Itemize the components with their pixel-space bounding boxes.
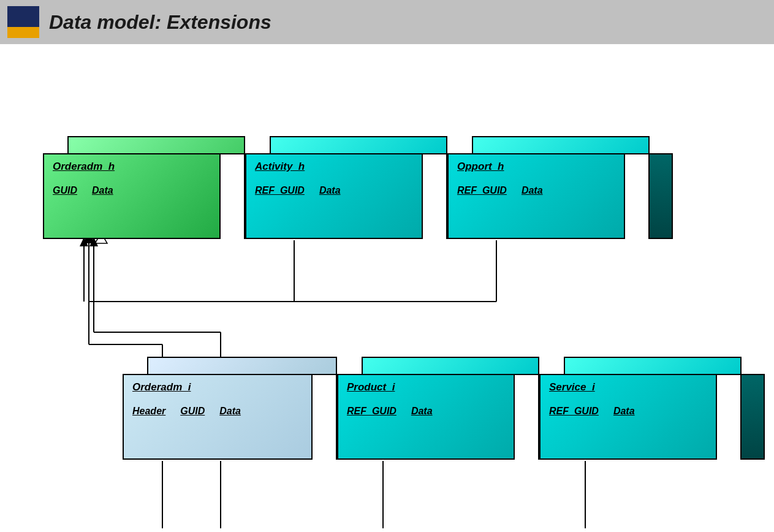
activity-h-front: Activity_h REF_GUID Data xyxy=(245,153,423,239)
orderadm-i-title: Orderadm_i xyxy=(132,381,303,393)
opport-h-front: Opport_h REF_GUID Data xyxy=(447,153,625,239)
orderadm-h-title: Orderadm_h xyxy=(53,161,211,173)
orderadm-i-top xyxy=(147,357,337,375)
activity-h-field-refguid: REF_GUID xyxy=(255,185,305,196)
orderadm-h-field-guid: GUID xyxy=(53,185,77,196)
orderadm-h-field-data: Data xyxy=(92,185,113,196)
orderadm-i-front: Orderadm_i Header GUID Data xyxy=(123,374,313,460)
opport-h-right xyxy=(648,153,673,239)
opport-h-top xyxy=(472,136,650,154)
orderadm-i-field-header: Header xyxy=(132,406,165,417)
product-i-field-data: Data xyxy=(411,406,433,417)
opport-h-title: Opport_h xyxy=(457,161,615,173)
service-i-title: Service_i xyxy=(549,381,707,393)
page-title: Data model: Extensions xyxy=(49,11,271,34)
activity-h-top xyxy=(270,136,447,154)
service-i-top xyxy=(564,357,742,375)
orderadm-i-field-guid: GUID xyxy=(180,406,205,417)
page-header: Data model: Extensions xyxy=(0,0,774,44)
header-accent-logo xyxy=(7,6,39,38)
activity-h-title: Activity_h xyxy=(255,161,413,173)
orderadm-i-field-data: Data xyxy=(219,406,241,417)
main-content: Orderadm_h GUID Data Activity_h REF_GUID… xyxy=(0,44,774,532)
orderadm-h-top xyxy=(67,136,245,154)
activity-h-field-data: Data xyxy=(319,185,341,196)
service-i-front: Service_i REF_GUID Data xyxy=(539,374,717,460)
product-i-field-refguid: REF_GUID xyxy=(347,406,396,417)
product-i-top xyxy=(362,357,539,375)
product-i-front: Product_i REF_GUID Data xyxy=(337,374,515,460)
opport-h-field-data: Data xyxy=(522,185,543,196)
orderadm-h-front: Orderadm_h GUID Data xyxy=(43,153,221,239)
opport-h-field-refguid: REF_GUID xyxy=(457,185,507,196)
service-i-right xyxy=(740,374,765,460)
service-i-field-refguid: REF_GUID xyxy=(549,406,599,417)
product-i-title: Product_i xyxy=(347,381,505,393)
service-i-field-data: Data xyxy=(613,406,635,417)
